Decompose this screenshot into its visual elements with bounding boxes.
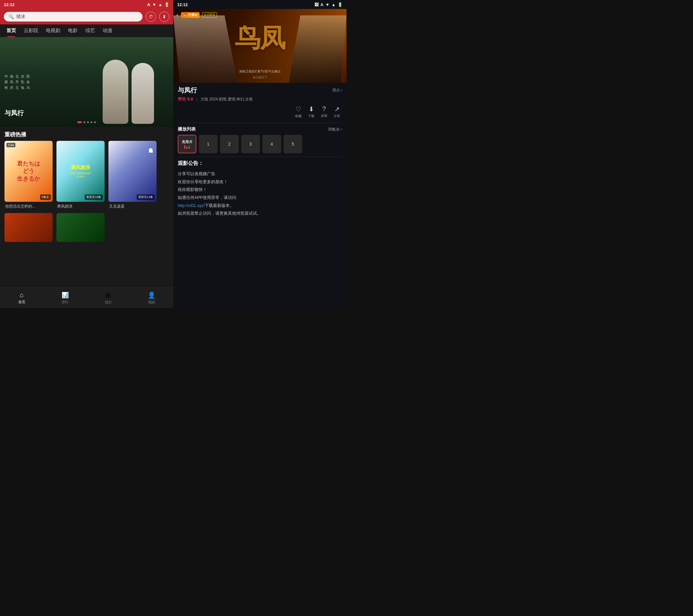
ep-active-bars: [184, 145, 190, 149]
playlist-scroll[interactable]: 先导片 1 2 3 4 5: [173, 135, 346, 157]
time-left: 12:12: [4, 2, 15, 7]
announce-line-5-suffix: 下载最新版本。: [205, 203, 234, 208]
detail-score: 评分 8.8: [178, 96, 193, 102]
nav-tabs: 首页 云影院 电视剧 电影 综艺 动漫: [0, 24, 173, 37]
platform-name: 芒果tv: [188, 13, 197, 17]
dot-5[interactable]: [94, 121, 96, 123]
hot-thumb-2[interactable]: 乘风踏浪 THE SWIMSUIT SAGA 更新至18集: [57, 141, 104, 202]
tab-tv-drama[interactable]: 电视剧: [42, 24, 64, 37]
hero-couple: [93, 40, 164, 124]
battery-icon: 🔋: [164, 2, 170, 7]
search-input-wrap[interactable]: 🔍 猎冰: [4, 12, 142, 21]
collect-label: 收藏: [295, 114, 302, 118]
search-right-icons: ⏱ ⬇: [146, 12, 170, 22]
share-label: 分享: [334, 114, 340, 118]
tab-anime[interactable]: 动漫: [99, 24, 116, 37]
announce-line-4: 如遇任何APP使用异常，请访问: [178, 195, 236, 200]
announce-line-2: 欢迎你分享给更多的朋友！: [178, 179, 228, 184]
hot-thumb-3[interactable]: 天乩之白蛇传说 更新至14集: [108, 141, 157, 202]
profile-icon: 👤: [147, 291, 156, 299]
list-item[interactable]: 乘风踏浪 THE SWIMSUIT SAGA 更新至18集 乘风踏浪: [57, 141, 104, 209]
ep-2-label: 2: [228, 141, 231, 146]
feedback-button[interactable]: ? 反馈: [321, 105, 327, 118]
person-right: [132, 63, 154, 124]
back-button[interactable]: ‹: [176, 12, 178, 18]
dot-2[interactable]: [83, 121, 85, 123]
hot-thumb-1[interactable]: 7.14 君たちはどう生きるか 0集全: [4, 141, 53, 202]
signal-icon-r: ▲: [332, 2, 336, 7]
episode-5[interactable]: 5: [284, 135, 302, 153]
second-thumb-2[interactable]: [57, 213, 104, 242]
search-area: 🔍 猎冰 ⏱ ⬇: [0, 9, 173, 24]
tab-home[interactable]: 首页: [3, 24, 20, 37]
nav-label-ranking: 排行: [62, 300, 69, 304]
playlist-count: 39集全: [328, 127, 340, 132]
episode-2[interactable]: 2: [220, 135, 239, 153]
second-thumb-1[interactable]: [4, 213, 53, 242]
hot-update-3: 更新至14集: [137, 194, 155, 200]
episode-4[interactable]: 4: [262, 135, 281, 153]
collect-button[interactable]: ♡ 收藏: [295, 105, 302, 118]
announcement-area: 观影公告： 分享可以免视频广告 欢迎你分享给更多的朋友！ 祝你观影愉快！ 如遇任…: [173, 157, 346, 308]
couple-figure: [96, 47, 160, 124]
dot-4[interactable]: [91, 121, 93, 123]
hero-source: 金七他元了: [173, 75, 346, 80]
download-button[interactable]: ⬇: [159, 12, 170, 22]
announce-line-6: 如浏览器禁止访问，请更换其他浏览器试试。: [178, 211, 261, 216]
hero-overlay-text: 中 庭 秋 南 风 庆 北 升 玉 东 坠 兔: [4, 74, 30, 90]
download-icon: ⬇: [162, 14, 166, 19]
hot-update-1: 0集全: [40, 194, 51, 200]
download-action-button[interactable]: ⬇ 下载: [308, 105, 314, 118]
hero-dots: [77, 121, 96, 123]
detail-title-row: 与凤行 简介 ›: [178, 86, 342, 95]
detail-info: 与凤行 简介 › 评分 8.8 | 大陆 2024 剧情,爱情,奇幻,古装 ♡ …: [173, 83, 346, 123]
ep-5-label: 5: [292, 141, 294, 146]
download-label: 下载: [308, 114, 314, 118]
nav-label-profile: 我的: [148, 300, 155, 305]
announce-line-3: 祝你观影愉快！: [178, 187, 207, 192]
hot-text-jp: 君たちはどう生きるか: [17, 160, 40, 182]
notification-icon: A: [147, 2, 150, 7]
second-row: [0, 209, 173, 242]
episode-preview[interactable]: 先导片: [178, 135, 196, 153]
nav-item-ranking[interactable]: 📊 排行: [43, 288, 87, 308]
home-icon: ⌂: [20, 291, 23, 299]
ep-bar-3: [187, 147, 188, 149]
playlist-count-wrap[interactable]: 39集全 ›: [328, 127, 342, 132]
episode-1[interactable]: 1: [199, 135, 218, 153]
episode-3[interactable]: 3: [241, 135, 260, 153]
chevron-right-icon: ›: [341, 88, 342, 93]
detail-tags: 大陆 2024 剧情,爱情,奇幻,古装: [200, 97, 253, 102]
dot-3[interactable]: [87, 121, 89, 123]
share-button[interactable]: ↗ 分享: [334, 105, 340, 118]
list-item[interactable]: 天乩之白蛇传说 更新至14集 又见逍遥: [108, 141, 157, 209]
nav-item-find[interactable]: ⊞ 找片: [87, 288, 130, 308]
nav-label-find: 找片: [105, 300, 112, 305]
detail-hero[interactable]: ‹ 🥭 芒果tv 会员尊享 鸟凤 湖南卫视&芒果TV双平台播出 金七他元了: [173, 9, 346, 83]
intro-label: 简介: [332, 87, 340, 93]
heart-icon: ♡: [296, 105, 301, 113]
tab-movie[interactable]: 电影: [64, 24, 81, 37]
wifi-icon: ▼: [152, 2, 156, 7]
status-bar-left: 12:12 A ▼ ▲ 🔋: [0, 0, 173, 9]
nav-item-home[interactable]: ⌂ 首页: [0, 288, 43, 308]
mango-tv-logo: 🥭 芒果tv: [181, 12, 200, 18]
tab-variety[interactable]: 综艺: [81, 24, 99, 37]
score-label: 评分: [178, 97, 186, 101]
nav-label-home: 首页: [18, 300, 25, 304]
person-left: [103, 60, 128, 124]
ep-3-label: 3: [249, 141, 252, 146]
hero-banner[interactable]: 中 庭 秋 南 风 庆 北 升 玉 东 坠 兔: [0, 37, 173, 127]
announce-line-1: 分享可以免视频广告: [178, 171, 215, 176]
search-input[interactable]: 猎冰: [16, 14, 25, 20]
intro-button[interactable]: 简介 ›: [332, 87, 342, 93]
announcement-link[interactable]: http://ct01.xyz/: [178, 203, 205, 208]
history-button[interactable]: ⏱: [146, 12, 156, 22]
list-item[interactable]: 7.14 君たちはどう生きるか 0集全 你想活出怎样的...: [4, 141, 53, 209]
search-icon: 🔍: [8, 14, 14, 19]
right-panel: 12:12 🖼 A ▼ ▲ 🔋 ‹ 🥭 芒果tv 会员尊享 鸟凤 湖南卫视&芒果…: [173, 0, 346, 308]
text-col-5: 西 金 乌: [26, 74, 30, 90]
tab-cloud-cinema[interactable]: 云影院: [20, 24, 42, 37]
nav-item-profile[interactable]: 👤 我的: [130, 288, 173, 308]
dot-1[interactable]: [77, 121, 82, 123]
